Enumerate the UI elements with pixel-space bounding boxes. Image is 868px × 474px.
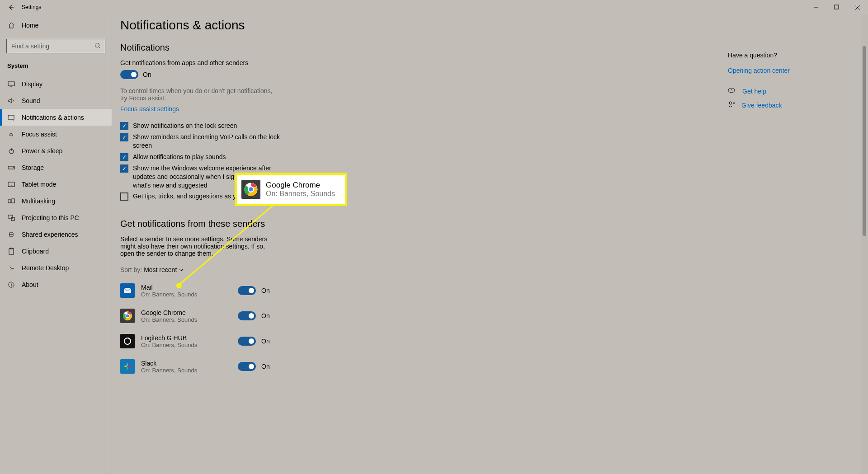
svg-rect-13 xyxy=(9,249,14,254)
chrome-icon xyxy=(120,309,135,323)
svg-rect-21 xyxy=(124,366,127,367)
sidebar-item-about[interactable]: About xyxy=(0,276,112,293)
chrome-icon xyxy=(241,180,260,199)
focus-hint: To control times when you do or don't ge… xyxy=(120,87,274,102)
sidebar-item-label: Storage xyxy=(22,164,44,171)
search-input[interactable] xyxy=(6,39,105,53)
page-title: Notifications & actions xyxy=(120,18,456,33)
checkbox-sounds[interactable]: ✓ xyxy=(120,153,128,161)
multitasking-icon xyxy=(7,198,15,204)
sidebar-item-power[interactable]: Power & sleep xyxy=(0,142,112,159)
maximize-button[interactable] xyxy=(826,0,847,14)
checkbox-lock-screen[interactable]: ✓ xyxy=(120,122,128,130)
window-title: Settings xyxy=(22,4,41,10)
sidebar-item-tablet[interactable]: Tablet mode xyxy=(0,176,112,192)
sidebar-home[interactable]: Home xyxy=(0,16,112,34)
sender-mail-toggle[interactable] xyxy=(238,286,256,295)
sort-dropdown[interactable]: Most recent xyxy=(144,266,183,273)
sidebar-item-focus-assist[interactable]: Focus assist xyxy=(0,126,112,142)
sidebar-item-projecting[interactable]: Projecting to this PC xyxy=(0,209,112,226)
sidebar-item-label: Display xyxy=(22,80,42,88)
sender-logitech[interactable]: Logitech G HUBOn: Banners, Sounds On xyxy=(120,329,456,354)
checkbox-label[interactable]: Show reminders and incoming VoIP calls o… xyxy=(133,133,287,150)
svg-point-26 xyxy=(729,102,732,104)
scrollbar[interactable] xyxy=(861,14,868,474)
toggle-state: On xyxy=(261,312,270,319)
give-feedback-link[interactable]: Give feedback xyxy=(741,102,782,109)
opening-action-center-link[interactable]: Opening action center xyxy=(728,67,823,74)
sidebar-item-label: Clipboard xyxy=(22,248,49,255)
callout-chrome: Google Chrome On: Banners, Sounds xyxy=(237,175,345,204)
get-notifs-label: Get notifications from apps and other se… xyxy=(120,59,456,66)
sender-chrome-toggle[interactable] xyxy=(238,311,256,320)
callout-name: Google Chrome xyxy=(266,181,335,190)
senders-hint: Select a sender to see more settings. So… xyxy=(120,235,278,257)
toggle-state: On xyxy=(261,363,270,370)
tablet-icon xyxy=(7,182,15,187)
sidebar-item-label: Multitasking xyxy=(22,197,55,205)
close-icon xyxy=(855,5,860,10)
sender-slack-toggle[interactable] xyxy=(238,362,256,371)
arrow-left-icon xyxy=(8,4,14,10)
sender-chrome[interactable]: Google ChromeOn: Banners, Sounds On xyxy=(120,303,456,329)
minimize-button[interactable] xyxy=(806,0,826,14)
sidebar-item-label: Remote Desktop xyxy=(22,264,69,272)
get-help-link[interactable]: Get help xyxy=(742,88,766,95)
sidebar-item-label: Focus assist xyxy=(22,131,57,138)
senders-header: Get notifications from these senders xyxy=(120,219,456,229)
sender-name: Logitech G HUB xyxy=(141,334,231,342)
power-icon xyxy=(7,147,15,155)
svg-rect-3 xyxy=(8,115,14,119)
checkbox-tips[interactable] xyxy=(120,192,128,201)
checkbox-label[interactable]: Show notifications on the lock screen xyxy=(133,122,237,130)
main-content: Notifications & actions Notifications Ge… xyxy=(112,14,868,474)
close-button[interactable] xyxy=(847,0,868,14)
svg-point-29 xyxy=(248,187,254,192)
sidebar-item-label: Tablet mode xyxy=(22,181,56,188)
help-icon xyxy=(728,87,736,95)
sidebar-item-label: Power & sleep xyxy=(22,147,62,155)
display-icon xyxy=(7,81,15,87)
back-button[interactable] xyxy=(0,0,22,14)
sender-sub: On: Banners, Sounds xyxy=(141,291,231,298)
focus-assist-link[interactable]: Focus assist settings xyxy=(120,105,456,113)
sidebar-item-sound[interactable]: Sound xyxy=(0,92,112,109)
sidebar-item-remote-desktop[interactable]: Remote Desktop xyxy=(0,259,112,276)
svg-rect-22 xyxy=(128,366,131,367)
projecting-icon xyxy=(7,215,15,221)
logitech-icon xyxy=(120,334,135,348)
minimize-icon xyxy=(813,5,819,10)
sender-sub: On: Banners, Sounds xyxy=(141,316,231,323)
sidebar-item-label: About xyxy=(22,281,38,288)
checkbox-label[interactable]: Allow notifications to play sounds xyxy=(133,153,226,161)
svg-rect-10 xyxy=(12,199,14,203)
get-notifs-toggle[interactable] xyxy=(120,70,138,79)
checkbox-welcome[interactable]: ✓ xyxy=(120,164,128,173)
sidebar-item-multitasking[interactable]: Multitasking xyxy=(0,192,112,209)
sidebar: Home System Display Sound Notifications … xyxy=(0,14,112,474)
svg-point-6 xyxy=(13,167,14,168)
sidebar-item-notifications[interactable]: Notifications & actions xyxy=(0,109,112,126)
sender-mail[interactable]: MailOn: Banners, Sounds On xyxy=(120,278,456,303)
focus-assist-icon xyxy=(7,131,15,138)
checkbox-voip[interactable]: ✓ xyxy=(120,133,128,141)
sender-logitech-toggle[interactable] xyxy=(238,337,256,346)
sender-slack[interactable]: SlackOn: Banners, Sounds On xyxy=(120,354,456,379)
about-icon xyxy=(7,281,15,288)
notifications-icon xyxy=(7,114,15,121)
sidebar-item-shared[interactable]: Shared experiences xyxy=(0,226,112,243)
sidebar-item-storage[interactable]: Storage xyxy=(0,159,112,176)
sidebar-group-label: System xyxy=(0,59,112,72)
sidebar-item-label: Sound xyxy=(22,97,40,104)
toggle-state: On xyxy=(261,287,270,294)
sender-name: Mail xyxy=(141,284,231,291)
mail-icon xyxy=(120,283,135,298)
chevron-down-icon xyxy=(179,268,183,272)
sidebar-home-label: Home xyxy=(22,22,38,29)
svg-rect-11 xyxy=(8,215,13,218)
right-pane: Have a question? Opening action center G… xyxy=(728,52,823,115)
sidebar-item-display[interactable]: Display xyxy=(0,75,112,92)
sidebar-item-clipboard[interactable]: Clipboard xyxy=(0,243,112,259)
svg-rect-2 xyxy=(8,82,14,86)
scrollbar-thumb[interactable] xyxy=(863,46,866,236)
